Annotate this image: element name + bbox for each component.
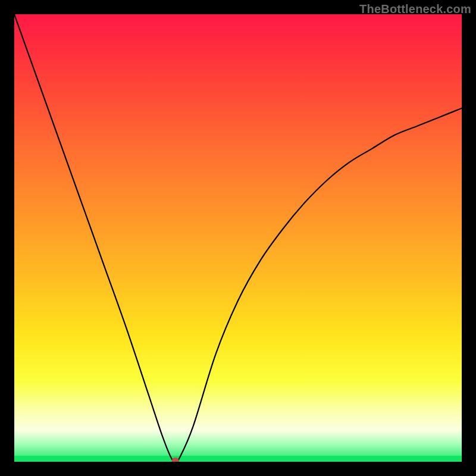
curve-svg <box>14 14 462 462</box>
chart-frame: TheBottleneck.com <box>0 0 476 476</box>
plot-area <box>14 14 462 462</box>
min-marker <box>172 458 179 462</box>
bottleneck-curve-path <box>14 14 462 462</box>
watermark-label: TheBottleneck.com <box>359 2 471 16</box>
